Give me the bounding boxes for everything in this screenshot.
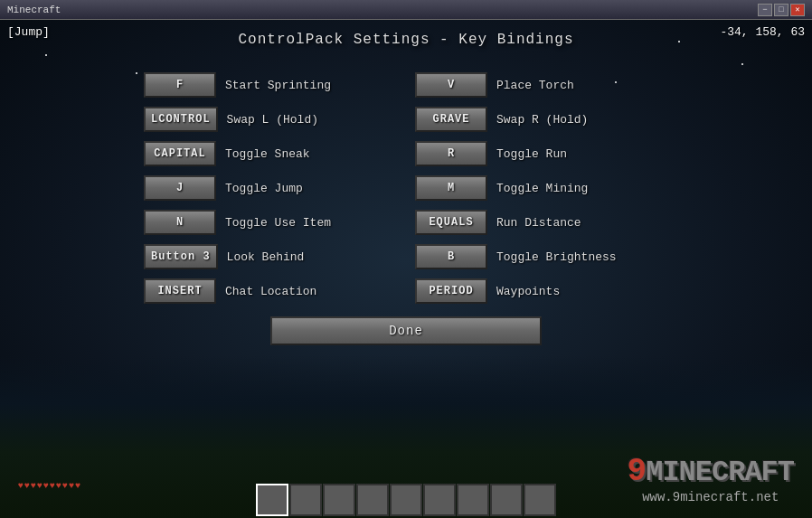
binding-label-0-left: Start Sprinting <box>225 79 331 92</box>
key-btn-f[interactable]: F <box>144 72 216 98</box>
star <box>136 72 137 74</box>
binding-row-left-5: Button 3Look Behind <box>144 244 397 269</box>
binding-row-left-6: INSERTChat Location <box>144 278 397 304</box>
binding-label-5-right: Toggle Brightness <box>496 250 617 264</box>
key-btn-button-3[interactable]: Button 3 <box>144 244 218 269</box>
binding-label-0-right: Place Torch <box>496 79 574 92</box>
heart-0: ♥ <box>18 481 24 491</box>
hotbar-slot-8 <box>490 484 523 516</box>
hotbar <box>256 484 556 518</box>
hotbar-slot-7 <box>457 484 489 516</box>
key-btn-n[interactable]: N <box>144 210 216 235</box>
restore-button[interactable]: □ <box>774 4 788 16</box>
binding-row-left-3: JToggle Jump <box>144 175 397 201</box>
hotbar-slot-1 <box>256 484 288 516</box>
logo-brand: MINECRAFT <box>646 456 794 489</box>
key-btn-j[interactable]: J <box>144 175 216 201</box>
key-btn-lcontrol[interactable]: LCONTROL <box>144 107 218 132</box>
title-bar: Minecraft − □ ✕ <box>0 0 812 20</box>
binding-row-right-6: PERIODWaypoints <box>415 278 668 304</box>
key-btn-b[interactable]: B <box>415 244 487 269</box>
binding-label-5-left: Look Behind <box>227 250 305 264</box>
hotbar-slot-2 <box>289 484 322 516</box>
minecraft-logo: 9MINECRAFT <box>628 453 794 490</box>
binding-row-left-0: FStart Sprinting <box>144 72 397 98</box>
binding-row-right-2: RToggle Run <box>415 141 668 166</box>
binding-label-1-right: Swap R (Hold) <box>496 113 588 127</box>
star <box>741 63 743 65</box>
binding-row-right-3: MToggle Mining <box>415 175 668 201</box>
binding-label-1-left: Swap L (Hold) <box>227 113 318 127</box>
logo-url: www.9minecraft.net <box>628 490 794 504</box>
heart-8: ♥ <box>69 481 74 491</box>
binding-label-3-right: Toggle Mining <box>496 182 588 195</box>
minimize-button[interactable]: − <box>758 4 772 16</box>
key-btn-r[interactable]: R <box>415 141 487 166</box>
logo-nine: 9 <box>628 453 647 490</box>
logo-area: 9MINECRAFT www.9minecraft.net <box>628 453 794 504</box>
heart-4: ♥ <box>43 481 49 491</box>
close-button[interactable]: ✕ <box>790 4 805 16</box>
binding-row-right-0: VPlace Torch <box>415 72 668 98</box>
binding-label-3-left: Toggle Jump <box>225 182 303 195</box>
key-btn-v[interactable]: V <box>415 72 487 98</box>
key-bindings-grid: FStart SprintingVPlace TorchLCONTROLSwap… <box>144 72 668 304</box>
binding-label-6-right: Waypoints <box>496 285 560 298</box>
binding-row-right-5: BToggle Brightness <box>415 244 668 269</box>
hotbar-slot-6 <box>423 484 456 516</box>
binding-label-4-right: Run Distance <box>496 216 581 230</box>
key-btn-m[interactable]: M <box>415 175 487 201</box>
settings-panel: FStart SprintingVPlace TorchLCONTROLSwap… <box>144 72 668 345</box>
hearts-area: ♥♥♥♥♥♥♥♥♥♥ <box>18 481 80 491</box>
binding-row-right-4: EQUALSRun Distance <box>415 210 668 235</box>
title-bar-label: Minecraft <box>7 5 758 15</box>
hotbar-slot-3 <box>323 484 355 516</box>
star <box>45 54 47 56</box>
title-bar-buttons: − □ ✕ <box>758 4 805 16</box>
heart-3: ♥ <box>37 481 42 491</box>
key-btn-insert[interactable]: INSERT <box>144 278 216 304</box>
binding-row-left-2: CAPITALToggle Sneak <box>144 141 397 166</box>
key-btn-capital[interactable]: CAPITAL <box>144 141 216 166</box>
heart-1: ♥ <box>24 481 30 491</box>
binding-row-left-1: LCONTROLSwap L (Hold) <box>144 107 397 132</box>
hotbar-slot-5 <box>390 484 422 516</box>
heart-7: ♥ <box>62 481 68 491</box>
hotbar-slot-9 <box>524 484 556 516</box>
binding-label-2-left: Toggle Sneak <box>225 147 310 161</box>
binding-row-left-4: NToggle Use Item <box>144 210 397 235</box>
key-btn-period[interactable]: PERIOD <box>415 278 487 304</box>
key-btn-grave[interactable]: GRAVE <box>415 107 487 132</box>
key-btn-equals[interactable]: EQUALS <box>415 210 487 235</box>
done-button[interactable]: Done <box>270 316 542 345</box>
binding-row-right-1: GRAVESwap R (Hold) <box>415 107 668 132</box>
heart-2: ♥ <box>31 481 36 491</box>
heart-9: ♥ <box>75 481 80 491</box>
binding-label-2-right: Toggle Run <box>496 147 567 161</box>
binding-label-4-left: Toggle Use Item <box>225 216 331 230</box>
heart-6: ♥ <box>56 481 61 491</box>
heart-5: ♥ <box>50 481 55 491</box>
page-title: ControlPack Settings - Key Bindings <box>0 32 812 48</box>
hotbar-slot-4 <box>356 484 389 516</box>
binding-label-6-left: Chat Location <box>225 285 316 298</box>
